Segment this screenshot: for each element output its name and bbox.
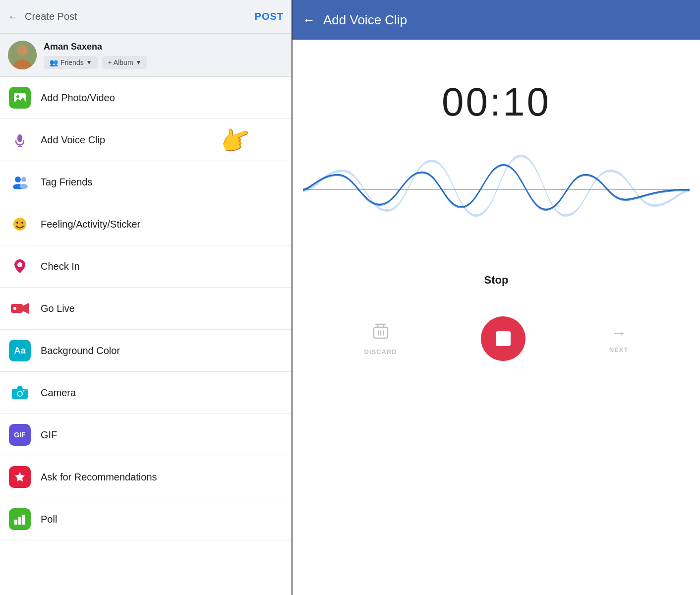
left-header-left: ← Create Post bbox=[8, 10, 77, 23]
tag-friends-label: Tag Friends bbox=[41, 177, 93, 188]
bottom-controls: DISCARD → NEXT bbox=[292, 306, 700, 381]
voice-clip-back-icon[interactable]: ← bbox=[302, 12, 315, 28]
menu-list: Add Photo/Video Add Voice Clip 👉 bbox=[0, 77, 292, 595]
check-in-label: Check In bbox=[41, 261, 80, 272]
svg-rect-28 bbox=[22, 515, 25, 525]
tag-friends-icon bbox=[9, 171, 31, 193]
svg-point-16 bbox=[21, 222, 23, 224]
voice-content: 00:10 Stop bbox=[292, 40, 700, 595]
waveform-container bbox=[303, 145, 690, 234]
go-live-label: Go Live bbox=[41, 303, 75, 314]
stop-square-icon bbox=[496, 331, 511, 346]
next-arrow-icon: → bbox=[611, 324, 627, 342]
friends-button[interactable]: 👥 Friends ▼ bbox=[44, 56, 98, 69]
menu-item-recommendations[interactable]: Ask for Recommendations bbox=[0, 456, 292, 498]
svg-marker-25 bbox=[15, 472, 25, 481]
create-post-title: Create Post bbox=[25, 11, 77, 22]
svg-point-12 bbox=[21, 177, 26, 182]
poll-label: Poll bbox=[41, 514, 57, 525]
menu-item-poll[interactable]: Poll bbox=[0, 498, 292, 540]
discard-button[interactable]: DISCARD bbox=[364, 322, 397, 356]
menu-item-go-live[interactable]: Go Live bbox=[0, 288, 292, 330]
camera-label: Camera bbox=[41, 387, 76, 399]
recommendations-label: Ask for Recommendations bbox=[41, 472, 157, 483]
svg-point-20 bbox=[13, 307, 16, 310]
left-header: ← Create Post POST bbox=[0, 0, 292, 34]
menu-item-gif[interactable]: GIF GIF bbox=[0, 414, 292, 456]
waveform-svg bbox=[303, 145, 690, 234]
stop-area: Stop bbox=[484, 274, 509, 287]
svg-point-13 bbox=[20, 184, 28, 189]
menu-item-camera[interactable]: Camera bbox=[0, 372, 292, 414]
menu-item-feeling[interactable]: Feeling/Activity/Sticker bbox=[0, 203, 292, 245]
profile-info: Aman Saxena 👥 Friends ▼ + Album ▼ bbox=[44, 42, 147, 69]
discard-label: DISCARD bbox=[364, 348, 397, 356]
discard-icon bbox=[372, 322, 390, 344]
svg-rect-26 bbox=[14, 520, 17, 525]
svg-rect-27 bbox=[18, 517, 21, 525]
feeling-icon bbox=[9, 213, 31, 235]
menu-item-tag-friends[interactable]: Tag Friends bbox=[0, 161, 292, 203]
photo-video-label: Add Photo/Video bbox=[41, 92, 115, 104]
svg-point-23 bbox=[18, 392, 22, 396]
album-label: + Album bbox=[108, 59, 133, 66]
go-live-icon bbox=[9, 298, 31, 319]
menu-item-check-in[interactable]: Check In bbox=[0, 245, 292, 288]
right-header: ← Add Voice Clip bbox=[292, 0, 700, 40]
next-label: NEXT bbox=[609, 346, 629, 354]
voice-clip-label: Add Voice Clip bbox=[41, 134, 105, 146]
profile-row: Aman Saxena 👥 Friends ▼ + Album ▼ bbox=[0, 34, 292, 77]
svg-marker-19 bbox=[23, 303, 29, 314]
menu-item-voice-clip[interactable]: Add Voice Clip 👉 bbox=[0, 119, 292, 161]
menu-item-photo-video[interactable]: Add Photo/Video bbox=[0, 77, 292, 119]
svg-point-1 bbox=[17, 45, 28, 56]
post-button[interactable]: POST bbox=[255, 11, 284, 22]
left-panel: ← Create Post POST Aman Saxena 👥 Friends… bbox=[0, 0, 292, 595]
profile-name: Aman Saxena bbox=[44, 42, 147, 52]
photo-video-icon bbox=[9, 87, 31, 109]
friends-chevron-icon: ▼ bbox=[86, 59, 92, 66]
svg-point-7 bbox=[17, 134, 22, 142]
album-button[interactable]: + Album ▼ bbox=[102, 56, 148, 69]
svg-point-17 bbox=[17, 262, 22, 267]
stop-label: Stop bbox=[484, 274, 509, 287]
check-in-icon bbox=[9, 255, 31, 277]
avatar bbox=[8, 41, 37, 69]
camera-icon bbox=[9, 382, 31, 404]
album-chevron-icon: ▼ bbox=[136, 59, 142, 66]
stop-record-button[interactable] bbox=[481, 316, 525, 361]
profile-buttons: 👥 Friends ▼ + Album ▼ bbox=[44, 56, 147, 69]
svg-point-14 bbox=[13, 218, 26, 231]
svg-point-10 bbox=[15, 177, 21, 182]
pointer-hand-icon: 👉 bbox=[216, 120, 256, 160]
back-arrow-icon[interactable]: ← bbox=[8, 10, 19, 23]
background-color-label: Background Color bbox=[41, 345, 120, 357]
svg-point-5 bbox=[16, 95, 19, 98]
menu-item-background-color[interactable]: Aa Background Color bbox=[0, 330, 292, 372]
add-voice-clip-title: Add Voice Clip bbox=[323, 12, 407, 28]
right-panel: ← Add Voice Clip 00:10 bbox=[292, 0, 700, 595]
recommendations-icon bbox=[9, 466, 31, 488]
svg-point-15 bbox=[16, 222, 18, 224]
gif-icon: GIF bbox=[9, 424, 31, 446]
background-color-icon: Aa bbox=[9, 340, 31, 361]
poll-icon bbox=[9, 508, 31, 530]
timer-display: 00:10 bbox=[442, 79, 551, 125]
voice-clip-icon bbox=[9, 129, 31, 151]
svg-rect-18 bbox=[11, 304, 23, 313]
friends-icon: 👥 bbox=[50, 59, 58, 66]
next-button[interactable]: → NEXT bbox=[609, 324, 629, 354]
feeling-label: Feeling/Activity/Sticker bbox=[41, 219, 140, 230]
svg-point-24 bbox=[23, 390, 25, 392]
friends-label: Friends bbox=[60, 59, 84, 66]
gif-label: GIF bbox=[41, 429, 57, 441]
